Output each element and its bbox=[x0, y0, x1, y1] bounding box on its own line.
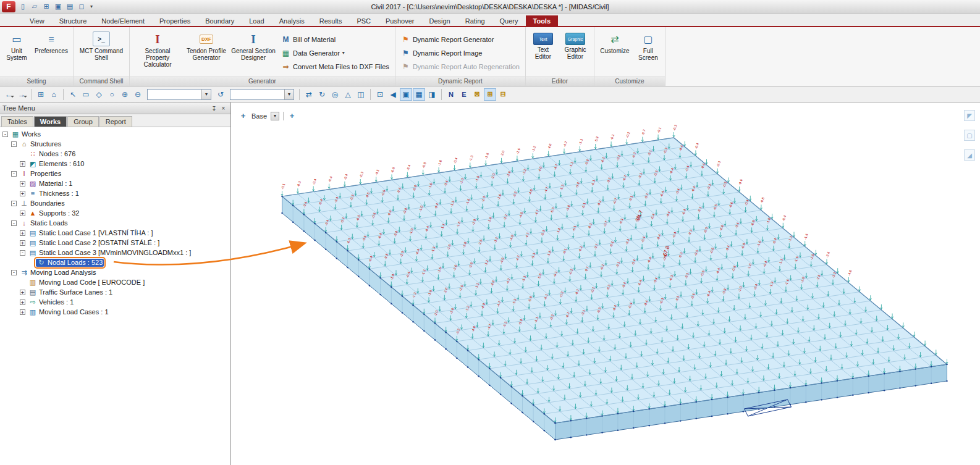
render-view-icon[interactable]: ◀ bbox=[387, 88, 399, 101]
tree-item[interactable]: ∷ Nodes : 676 bbox=[0, 149, 230, 159]
import-file-icon[interactable]: ⊞ bbox=[41, 1, 52, 12]
view-point-icon[interactable]: ⇄ bbox=[303, 88, 315, 101]
print-preview-icon[interactable]: ◻ bbox=[76, 1, 87, 12]
tree-expander-icon[interactable]: + bbox=[20, 240, 25, 246]
tree-expander-icon[interactable] bbox=[28, 260, 34, 266]
dynamic-report-auto-regeneration-button[interactable]: ⚑ Dynamic Report Auto Regeneration bbox=[398, 60, 523, 73]
select-icon[interactable]: ↖ bbox=[67, 88, 79, 101]
tree-item[interactable]: + ▲ Supports : 32 bbox=[0, 208, 230, 218]
node-number-icon[interactable]: N bbox=[445, 88, 457, 101]
full-screen-button[interactable]: ▢ Full Screen bbox=[634, 29, 662, 77]
tree-expander-icon[interactable]: + bbox=[20, 309, 25, 315]
tree-item[interactable]: + ▤ Static Load Case 2 [OSTATNÍ STÁLÉ : … bbox=[0, 238, 230, 248]
data-generator-button[interactable]: ▦ Data Generator ▾ bbox=[278, 46, 392, 59]
select-previous-icon[interactable]: ↺ bbox=[214, 88, 227, 101]
customize-button[interactable]: ⇄ Customize bbox=[597, 29, 633, 77]
close-panel-icon[interactable]: × bbox=[219, 104, 228, 113]
new-file-icon[interactable]: ▯ bbox=[17, 1, 28, 12]
tree-expander-icon[interactable]: - bbox=[11, 270, 17, 275]
tree-item[interactable]: + ▤ Static Load Case 1 [VLASTNÍ TÍHA : ] bbox=[0, 228, 230, 238]
lock-icon[interactable]: ⊞ bbox=[484, 88, 496, 101]
tree-expander-icon[interactable] bbox=[20, 151, 25, 157]
select-all-icon[interactable]: ⊕ bbox=[119, 88, 131, 101]
tree-expander-icon[interactable]: + bbox=[20, 211, 25, 216]
panel-tab[interactable]: Group bbox=[67, 116, 99, 127]
pin-panel-icon[interactable]: ↧ bbox=[209, 104, 219, 113]
general-section-designer-button[interactable]: I General Section Designer bbox=[230, 29, 277, 77]
menu-tab[interactable]: Pushover bbox=[378, 15, 421, 26]
bill-of-material-button[interactable]: M Bill of Material bbox=[278, 33, 392, 46]
dynamic-report-image-button[interactable]: ⚑ Dynamic Report Image bbox=[398, 46, 523, 59]
view-undo-icon[interactable]: ← bbox=[2, 88, 15, 101]
model-canvas[interactable]: -0.1-0.3-0.4-0.4-0.4-0.3-0.5-0.6-0.4-0.8… bbox=[231, 103, 980, 465]
named-view-icon[interactable]: ▢ bbox=[964, 130, 975, 141]
menu-tab[interactable]: Boundary bbox=[198, 15, 242, 26]
tree-item[interactable]: + ▥ Moving Load Cases : 1 bbox=[0, 307, 230, 317]
tree-item[interactable]: + ◩ Elements : 610 bbox=[0, 159, 230, 169]
tree-item[interactable]: - ⇉ Moving Load Analysis bbox=[0, 267, 230, 277]
tree-expander-icon[interactable]: - bbox=[11, 201, 17, 206]
tree-item[interactable]: + ▨ Material : 1 bbox=[0, 178, 230, 188]
tree-expander-icon[interactable]: + bbox=[20, 161, 25, 167]
pan-view-icon[interactable]: ◎ bbox=[329, 88, 341, 101]
text-editor-button[interactable]: Text Text Editor bbox=[528, 29, 558, 77]
menu-tab[interactable]: Query bbox=[492, 15, 526, 26]
mct-command-shell-button[interactable]: >_ MCT Command Shell bbox=[76, 29, 127, 77]
combo-caret-icon[interactable]: ▾ bbox=[284, 90, 294, 99]
combo-caret-icon[interactable]: ▾ bbox=[201, 90, 211, 99]
app-logo-icon[interactable]: F bbox=[2, 1, 15, 12]
dynamic-report-generator-button[interactable]: ⚑ Dynamic Report Generator bbox=[398, 33, 523, 46]
view-redo-icon[interactable]: → bbox=[15, 88, 28, 101]
sectional-property-calculator-button[interactable]: I Sectional Property Calculator bbox=[132, 29, 183, 77]
tree-expander-icon[interactable]: - bbox=[2, 132, 8, 137]
model-viewport[interactable]: -0.1-0.3-0.4-0.4-0.4-0.3-0.5-0.6-0.4-0.8… bbox=[231, 103, 980, 465]
works-tree-icon[interactable]: ⌂ bbox=[48, 88, 60, 101]
tree-expander-icon[interactable]: + bbox=[20, 230, 25, 236]
select-polygon-icon[interactable]: ◇ bbox=[93, 88, 105, 101]
tree-expander-icon[interactable]: + bbox=[20, 300, 25, 305]
menu-tab[interactable]: Properties bbox=[152, 15, 198, 26]
tree-item[interactable]: - ▦ Works bbox=[0, 129, 230, 139]
menu-tab[interactable]: Structure bbox=[52, 15, 95, 26]
select-circle-icon[interactable]: ○ bbox=[106, 88, 118, 101]
unit-system-button[interactable]: ▭ Unit System bbox=[2, 29, 31, 77]
menu-tab[interactable]: Analysis bbox=[272, 15, 312, 26]
tree-item[interactable]: - ⌂ Structures bbox=[0, 139, 230, 149]
coordinate-combobox[interactable]: ▾ bbox=[230, 89, 294, 100]
menu-tab[interactable]: View bbox=[22, 15, 52, 26]
tree-expander-icon[interactable]: + bbox=[20, 181, 25, 186]
named-selection-combobox[interactable]: ▾ bbox=[147, 89, 211, 100]
zoom-window-icon[interactable]: ⊞ bbox=[35, 88, 47, 101]
zoom-view-icon[interactable]: △ bbox=[342, 88, 354, 101]
tree-item[interactable]: - ▤ Static Load Case 3 [MVminMOVINGLOADM… bbox=[0, 248, 230, 258]
display-option-icon[interactable]: ◨ bbox=[426, 88, 438, 101]
tree-expander-icon[interactable]: - bbox=[11, 141, 17, 147]
menu-tab[interactable]: Load bbox=[242, 15, 271, 26]
menu-tab[interactable]: Rating bbox=[458, 15, 492, 26]
tree-item[interactable]: + ≡ Thickness : 1 bbox=[0, 188, 230, 198]
display-toggle-icon[interactable]: ⊠ bbox=[471, 88, 483, 101]
prev-view-icon[interactable]: ◤ bbox=[964, 110, 975, 121]
menu-tab[interactable]: Node/Element bbox=[94, 15, 152, 26]
element-number-icon[interactable]: E bbox=[458, 88, 470, 101]
tree-expander-icon[interactable]: - bbox=[11, 220, 17, 226]
qat-customize-icon[interactable]: ▾ bbox=[88, 1, 95, 12]
tree-item[interactable]: ▥ Moving Load Code [ EUROCODE ] bbox=[0, 277, 230, 287]
unlock-icon[interactable]: ⊟ bbox=[497, 88, 509, 101]
panel-tab[interactable]: Tables bbox=[1, 116, 33, 127]
print-icon[interactable]: ▤ bbox=[64, 1, 75, 12]
unselect-all-icon[interactable]: ⊖ bbox=[132, 88, 144, 101]
tree-expander-icon[interactable]: + bbox=[20, 290, 25, 295]
panel-tab[interactable]: Report bbox=[99, 116, 132, 127]
tree-item[interactable]: + ▤ Traffic Surface Lanes : 1 bbox=[0, 287, 230, 297]
panel-tab[interactable]: Works bbox=[34, 116, 67, 127]
tree-expander-icon[interactable]: + bbox=[20, 191, 25, 196]
next-view-icon[interactable]: ◢ bbox=[964, 149, 975, 161]
tree-expander-icon[interactable] bbox=[20, 280, 25, 285]
hidden-view-icon[interactable]: ▣ bbox=[400, 88, 412, 101]
tendon-profile-generator-button[interactable]: DXF Tendon Profile Generator bbox=[184, 29, 229, 77]
ucs-icon[interactable]: + bbox=[239, 111, 248, 120]
axis-icon[interactable]: + bbox=[287, 111, 297, 120]
save-icon[interactable]: ▣ bbox=[53, 1, 64, 12]
preferences-button[interactable]: ≡ Preferences bbox=[32, 29, 70, 77]
